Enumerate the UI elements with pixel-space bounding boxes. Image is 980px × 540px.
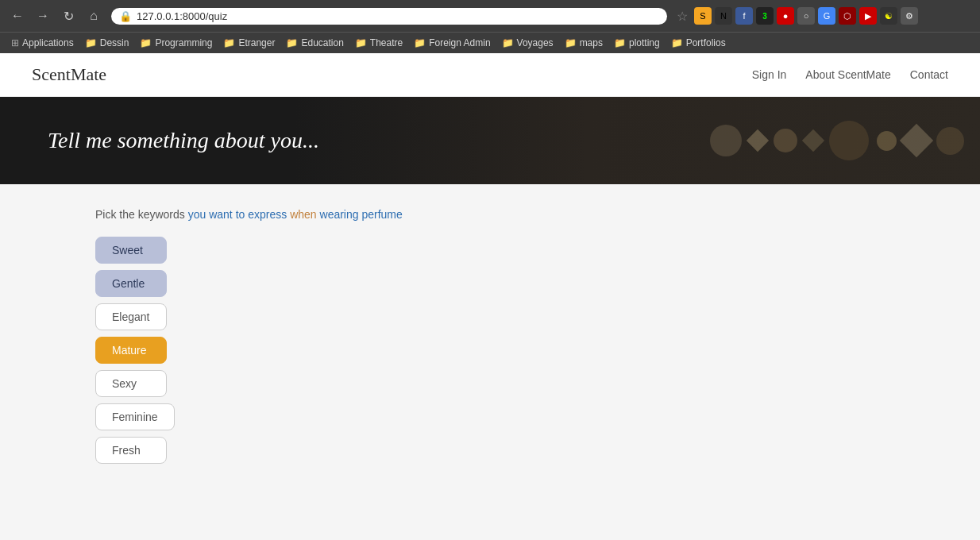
main-content: Pick the keywords you want to express wh… xyxy=(0,184,980,488)
forward-button[interactable]: → xyxy=(32,5,54,27)
site-nav: Sign In About ScentMate Contact xyxy=(752,68,948,81)
site-header: ScentMate Sign In About ScentMate Contac… xyxy=(0,53,980,97)
hero-banner: Tell me something about you... xyxy=(0,97,980,184)
address-url: 127.0.0.1:8000/quiz xyxy=(137,10,227,22)
bookmark-theatre[interactable]: 📁Theatre xyxy=(350,36,407,50)
ext-icon-y[interactable]: ☯ xyxy=(880,7,897,25)
bookmark-voyages[interactable]: 📁Voyages xyxy=(497,36,558,50)
highlight-perfume: perfume xyxy=(361,208,402,221)
keyword-btn-sexy[interactable]: Sexy xyxy=(95,370,167,397)
bookmarks-bar: ⊞Applications📁Dessin📁Programming📁Etrange… xyxy=(0,32,980,53)
folder-icon-maps: 📁 xyxy=(565,37,577,48)
decor-circle-4 xyxy=(877,131,897,151)
decor-diamond-3 xyxy=(900,124,933,157)
ext-icon-fb[interactable]: f xyxy=(735,7,753,25)
keyword-buttons: SweetGentleElegantMatureSexyFeminineFres… xyxy=(95,237,885,464)
ext-icon-circle[interactable]: ○ xyxy=(797,7,815,25)
browser-titlebar: ← → ↻ ⌂ 🔒 127.0.0.1:8000/quiz ☆ S N f 3 … xyxy=(0,0,980,32)
home-button[interactable]: ⌂ xyxy=(83,5,105,27)
folder-icon-education: 📁 xyxy=(286,37,298,48)
folder-icon-plotting: 📁 xyxy=(614,37,626,48)
folder-icon-theatre: 📁 xyxy=(355,37,367,48)
hero-title: Tell me something about you... xyxy=(48,128,319,153)
keyword-btn-sweet[interactable]: Sweet xyxy=(95,237,167,264)
keyword-btn-gentle[interactable]: Gentle xyxy=(95,270,167,297)
decor-circle-1 xyxy=(710,125,742,156)
lock-icon: 🔒 xyxy=(119,10,132,22)
bookmark-foreignadmin[interactable]: 📁Foreign Admin xyxy=(409,36,495,50)
decor-diamond-2 xyxy=(802,129,824,152)
highlight-express: express xyxy=(248,208,287,221)
back-button[interactable]: ← xyxy=(6,5,29,27)
apps-grid-icon: ⊞ xyxy=(11,37,19,48)
signin-link[interactable]: Sign In xyxy=(752,68,787,81)
bookmark-maps[interactable]: 📁maps xyxy=(560,36,608,50)
bookmark-star-icon[interactable]: ☆ xyxy=(677,9,688,24)
ext-icon-2[interactable]: N xyxy=(715,7,732,25)
keyword-btn-fresh[interactable]: Fresh xyxy=(95,437,167,464)
highlight-want: want xyxy=(209,208,233,221)
decor-circle-5 xyxy=(936,127,964,155)
ext-icon-3[interactable]: 3 xyxy=(756,7,774,25)
bookmark-plotting[interactable]: 📁plotting xyxy=(609,36,665,50)
browser-chrome: ← → ↻ ⌂ 🔒 127.0.0.1:8000/quiz ☆ S N f 3 … xyxy=(0,0,980,53)
ext-icon-1[interactable]: S xyxy=(694,7,712,25)
folder-icon-foreignadmin: 📁 xyxy=(414,37,426,48)
decor-circle-3 xyxy=(829,121,869,160)
ext-icon-puzzle[interactable]: ⚙ xyxy=(901,7,918,25)
highlight-wearing: wearing xyxy=(320,208,359,221)
highlight-to: to xyxy=(236,208,245,221)
page: ScentMate Sign In About ScentMate Contac… xyxy=(0,53,980,488)
contact-link[interactable]: Contact xyxy=(910,68,948,81)
highlight-when: when xyxy=(290,208,316,221)
bookmark-portfolios[interactable]: 📁Portfolios xyxy=(666,36,731,50)
folder-icon-portfolios: 📁 xyxy=(671,37,683,48)
nav-buttons: ← → ↻ ⌂ xyxy=(6,5,105,27)
folder-icon-etranger: 📁 xyxy=(223,37,235,48)
keyword-btn-feminine[interactable]: Feminine xyxy=(95,403,175,430)
bookmark-dessin[interactable]: 📁Dessin xyxy=(80,36,134,50)
folder-icon-dessin: 📁 xyxy=(85,37,97,48)
site-logo: ScentMate xyxy=(32,64,106,85)
ext-icon-dark[interactable]: ⬡ xyxy=(839,7,856,25)
folder-icon-programming: 📁 xyxy=(140,37,152,48)
ext-icon-g[interactable]: G xyxy=(818,7,835,25)
ext-icon-red[interactable]: ● xyxy=(777,7,794,25)
browser-extensions: S N f 3 ● ○ G ⬡ ▶ ☯ ⚙ xyxy=(694,7,918,25)
bookmark-programming[interactable]: 📁Programming xyxy=(135,36,217,50)
decor-diamond-1 xyxy=(747,129,769,152)
bookmark-apps[interactable]: ⊞Applications xyxy=(6,36,79,50)
keyword-btn-elegant[interactable]: Elegant xyxy=(95,303,167,330)
reload-button[interactable]: ↻ xyxy=(57,5,79,27)
quiz-instruction: Pick the keywords you want to express wh… xyxy=(95,208,885,221)
bookmark-education[interactable]: 📁Education xyxy=(281,36,348,50)
keyword-btn-mature[interactable]: Mature xyxy=(95,337,167,364)
bookmark-etranger[interactable]: 📁Etranger xyxy=(218,36,280,50)
decor-circle-2 xyxy=(774,129,797,152)
about-link[interactable]: About ScentMate xyxy=(805,68,890,81)
highlight-you: you xyxy=(188,208,206,221)
ext-icon-r[interactable]: ▶ xyxy=(859,7,877,25)
folder-icon-voyages: 📁 xyxy=(502,37,514,48)
address-bar[interactable]: 🔒 127.0.0.1:8000/quiz xyxy=(111,8,667,25)
